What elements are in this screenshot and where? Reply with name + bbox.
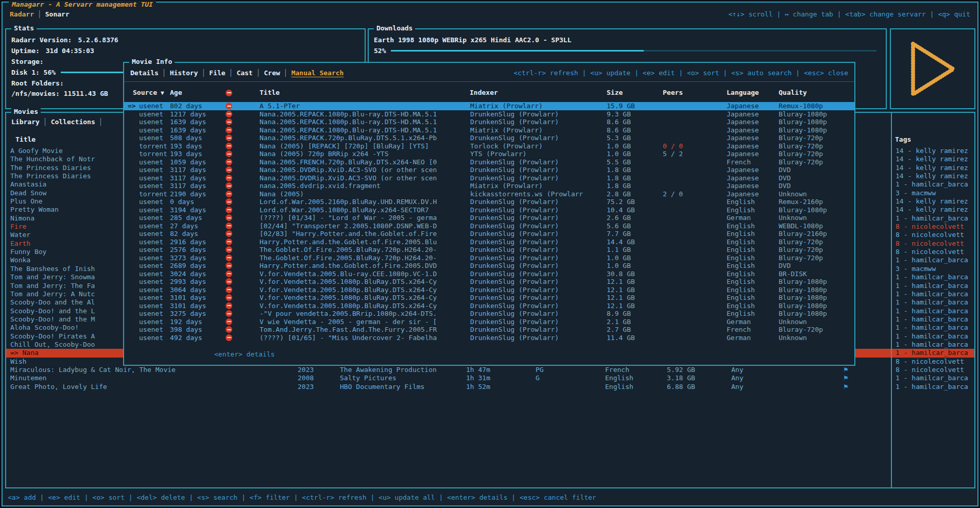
movie-row[interactable]: Great Photo, Lovely Life 2023 HBO Docume…: [6, 383, 974, 391]
movie-row[interactable]: Miraculous: Ladybug & Cat Noir, The Movi…: [6, 366, 974, 374]
column-size[interactable]: Size: [607, 89, 623, 97]
release-size: 5.6 GB: [607, 222, 631, 230]
search-result-row[interactable]: usenet 2916 days Harry.Potter.and.the.Go…: [124, 238, 854, 246]
search-result-row[interactable]: usenet 3064 days V.for.Vendetta.2005.108…: [124, 286, 854, 294]
search-result-row[interactable]: usenet 3275 days -"V pour vendetta.2005.…: [124, 310, 854, 318]
search-result-row[interactable]: usenet 3273 days The.Goblet.Of.Fire.2005…: [124, 254, 854, 262]
release-language: English: [727, 238, 755, 246]
release-title: The.Goblet.Of.Fire.2005.BluRay.720p.H264…: [260, 246, 467, 254]
search-result-row[interactable]: torrent 193 days Nana (2005) [REPACK] [7…: [124, 142, 854, 150]
column-quality[interactable]: Quality: [779, 89, 807, 97]
search-result-row[interactable]: usenet 0 days Lord.of.War.2005.2160p.Blu…: [124, 198, 854, 206]
search-result-row[interactable]: usenet 1217 days Nana.2005.REPACK.1080p.…: [124, 110, 854, 118]
release-indexer: DrunkenSlug (Prowlarr): [470, 302, 603, 310]
no-entry-icon: [226, 270, 232, 277]
release-age: 3273 days: [170, 254, 206, 262]
no-entry-icon: [226, 166, 232, 173]
tab-sonarr[interactable]: Sonarr: [45, 10, 70, 18]
monitored-flag-icon: ⚑: [843, 374, 849, 382]
rejected-icon: [226, 246, 232, 254]
search-result-row[interactable]: usenet 1639 days Nana.2005.REPACK.1080p.…: [124, 126, 854, 134]
tab-history[interactable]: History: [170, 69, 198, 77]
search-result-row[interactable]: usenet 27 days [02/44] "Transporter 2.20…: [124, 222, 854, 230]
search-result-row[interactable]: usenet 2689 days Harry.Potter.and.the.Go…: [124, 262, 854, 270]
movie-year: 2008: [298, 374, 314, 382]
release-quality: Bluray-720p: [779, 326, 823, 334]
release-size: 2.7 GB: [607, 326, 631, 334]
release-size: 1.0 GB: [607, 254, 631, 262]
search-result-row[interactable]: usenet 3117 days nana.2005.dvdrip.xvid.f…: [124, 182, 854, 190]
release-indexer: DrunkenSlug (Prowlarr): [470, 134, 603, 142]
release-quality: DVD: [779, 166, 790, 174]
search-result-row[interactable]: usenet 398 days Tom.And.Jerry.The.Fast.A…: [124, 326, 854, 334]
search-result-row[interactable]: usenet 508 days Nana.2005.REPACK.720p.Bl…: [124, 134, 854, 142]
tab-details[interactable]: Details: [130, 69, 159, 77]
search-results-table: => usenet 802 days A 5.1-PTer Miatrix (P…: [124, 102, 854, 342]
search-result-row[interactable]: usenet 1059 days Nana.2005.FRENCH.720p.B…: [124, 158, 854, 166]
release-source: usenet: [139, 206, 163, 214]
tab-separator: [34, 10, 45, 18]
movies-tabs: LibraryCollections: [11, 118, 107, 126]
tab-crew[interactable]: Crew: [264, 69, 280, 77]
search-result-row[interactable]: usenet 1639 days Nana.2005.REPACK.1080p.…: [124, 118, 854, 126]
column-language[interactable]: Language: [727, 89, 759, 97]
release-language: Japanese: [727, 126, 759, 134]
no-entry-icon: [226, 239, 232, 245]
column-indexer[interactable]: Indexer: [470, 89, 498, 97]
download-percent: 52%: [374, 47, 386, 55]
movie-tag: 1 - hamilcar_barca: [896, 383, 974, 391]
tab-cast[interactable]: Cast: [236, 69, 252, 77]
release-indexer: DrunkenSlug (Prowlarr): [470, 110, 603, 118]
release-age: 2689 days: [170, 262, 206, 270]
search-result-row[interactable]: torrent 2190 days Nana (2005) kickasstor…: [124, 190, 854, 198]
search-result-row[interactable]: usenet 82 days [02/83] "Harry.Potter.and…: [124, 230, 854, 238]
column-age[interactable]: Age: [170, 89, 182, 97]
search-result-row[interactable]: usenet 3101 days V.for.Vendetta.2005.108…: [124, 294, 854, 302]
release-language: German: [727, 214, 751, 222]
column-rejected[interactable]: [226, 89, 232, 97]
release-size: 8.9 GB: [607, 310, 631, 318]
column-peers[interactable]: Peers: [663, 89, 683, 97]
search-result-row[interactable]: usenet 3194 days Lord.of.War.2005.1080p.…: [124, 206, 854, 214]
movie-row[interactable]: Minutemen 2008 Salty Pictures 1h 31m G E…: [6, 374, 974, 382]
release-indexer: Miatrix (Prowlarr): [470, 182, 603, 190]
search-result-row[interactable]: usenet 192 days V wie Vendetta - 2005 - …: [124, 318, 854, 326]
release-indexer: YTS (Prowlarr): [470, 150, 603, 158]
release-age: 3117 days: [170, 166, 206, 174]
release-source: usenet: [139, 174, 163, 182]
tab-file[interactable]: File: [209, 69, 225, 77]
release-title: Nana.2005.REPACK.1080p.Blu-ray.DTS-HD.MA…: [260, 126, 467, 134]
tab-collections[interactable]: Collections: [51, 118, 95, 126]
search-result-row[interactable]: usenet 3117 days Nana.2005.DVDRip.XviD.A…: [124, 174, 854, 182]
release-source: torrent: [139, 142, 167, 150]
search-result-row[interactable]: => usenet 802 days A 5.1-PTer Miatrix (P…: [124, 102, 854, 110]
search-result-row[interactable]: usenet 3101 days V.for.Vendetta.2005.108…: [124, 302, 854, 310]
search-result-row[interactable]: torrent 193 days Nana (2005) 720p BRRip …: [124, 150, 854, 158]
release-size: 7.7 GB: [607, 230, 631, 238]
tab-manual-search[interactable]: Manual Search: [291, 69, 344, 77]
release-language: Japanese: [727, 142, 759, 150]
release-source: usenet: [139, 334, 163, 342]
tab-library[interactable]: Library: [11, 118, 40, 126]
column-release-title[interactable]: Title: [260, 89, 280, 97]
column-source[interactable]: Source▼: [133, 89, 164, 97]
release-source: usenet: [139, 302, 163, 310]
tab-radarr[interactable]: Radarr: [10, 10, 34, 18]
release-quality: Bluray-1080p: [779, 278, 827, 286]
rejected-icon: [226, 166, 232, 174]
search-result-row[interactable]: usenet 2993 days V.for.Vendetta.2005.108…: [124, 278, 854, 286]
disk-usage-label: Disk 1: 56%: [11, 69, 56, 76]
movie-tag: 14 - kelly ramirez: [896, 155, 974, 163]
release-language: Japanese: [727, 150, 759, 158]
search-result-row[interactable]: usenet 3024 days V.for.Vendetta.2005.Blu…: [124, 270, 854, 278]
release-language: Japanese: [727, 190, 759, 198]
movie-info-footer-help: <enter> details: [214, 350, 274, 358]
no-entry-icon: [226, 214, 232, 221]
search-result-row[interactable]: usenet 285 days (????) [01/34] - "Lord o…: [124, 214, 854, 222]
search-result-row[interactable]: usenet 3117 days Nana.2005.DVDRip.XviD.A…: [124, 166, 854, 174]
search-result-row[interactable]: usenet 2576 days The.Goblet.Of.Fire.2005…: [124, 246, 854, 254]
movie-tag: 1 - hamilcar_barca: [896, 307, 974, 315]
search-result-row[interactable]: usenet 492 days (????) [01/65] - "Miss U…: [124, 334, 854, 342]
release-language: German: [727, 318, 751, 326]
release-language: Japanese: [727, 118, 759, 126]
